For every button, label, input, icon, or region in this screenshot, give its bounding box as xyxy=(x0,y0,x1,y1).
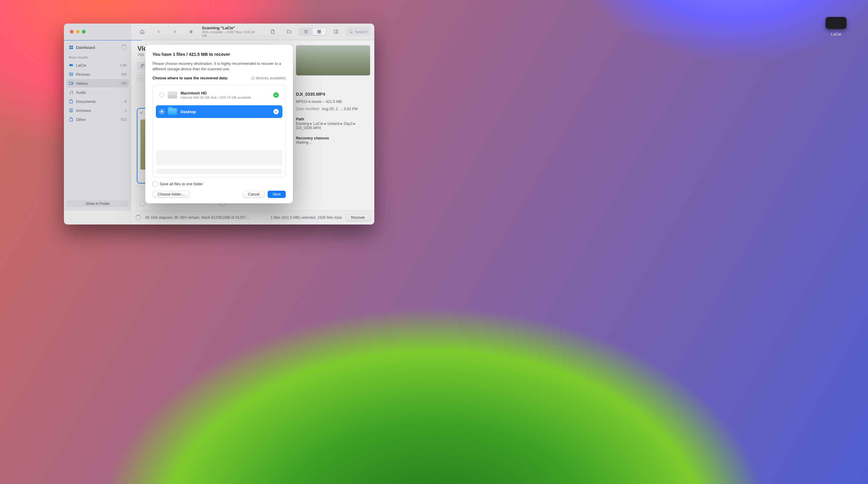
dest-ok-badge xyxy=(273,92,279,98)
nav-back[interactable] xyxy=(152,27,165,36)
search-placeholder: Search xyxy=(355,30,367,34)
check-icon: ✓ xyxy=(140,110,143,115)
svg-rect-16 xyxy=(69,82,72,84)
svg-rect-2 xyxy=(317,30,319,32)
window-minimize[interactable] xyxy=(76,30,80,33)
svg-rect-0 xyxy=(190,30,191,33)
svg-rect-5 xyxy=(319,32,321,33)
window-zoom[interactable] xyxy=(82,30,86,33)
check-icon xyxy=(275,93,278,96)
inspector-date-k: Date modified xyxy=(296,107,319,111)
dest-empty-slot xyxy=(156,169,282,174)
audio-icon xyxy=(69,90,73,95)
chevron-left-icon xyxy=(156,29,161,34)
titlebar: Scanning "LaCie" 25% complete – 3,002 fi… xyxy=(64,24,374,40)
deselect-button[interactable]: − xyxy=(137,76,143,82)
toolbar: Scanning "LaCie" 25% complete – 3,002 fi… xyxy=(131,24,374,40)
new-file-button[interactable] xyxy=(266,27,279,36)
svg-point-15 xyxy=(70,73,71,74)
choose-folder-button[interactable]: Choose folder… xyxy=(153,191,190,198)
video-icon xyxy=(69,81,73,86)
cancel-button[interactable]: Cancel xyxy=(243,191,265,198)
sidebar-item-count: 1.5K xyxy=(119,63,127,67)
dest-ok-badge xyxy=(273,109,279,114)
sidebar-item-label: Videos xyxy=(76,81,88,86)
svg-rect-9 xyxy=(71,46,73,47)
search-field[interactable]: Search xyxy=(346,27,370,36)
sidebar-icon xyxy=(334,29,338,34)
folder-icon xyxy=(287,29,291,34)
traffic-lights xyxy=(64,24,131,40)
file-icon xyxy=(270,29,275,34)
scan-status: Scanning "LaCie" 25% complete – 3,002 fi… xyxy=(202,26,258,38)
disk-small-icon xyxy=(69,63,73,67)
inspector-rec-v: Waiting… xyxy=(296,140,370,145)
sidebar-dashboard[interactable]: Dashboard xyxy=(66,43,129,52)
sidebar-item-lacie[interactable]: LaCie 1.5K xyxy=(66,61,129,69)
sidebar-item-count: 522 xyxy=(121,118,127,121)
inspector-preview xyxy=(296,45,370,76)
pause-icon xyxy=(189,29,193,34)
radio-unselected-icon xyxy=(159,93,164,97)
sidebar-item-documents[interactable]: Documents 6 xyxy=(66,97,129,106)
inspector-path-k: Path xyxy=(296,117,370,121)
chevron-right-icon xyxy=(173,29,177,34)
choose-where-label: Choose where to save the recovered data: xyxy=(153,76,228,80)
sheet-title: You have 1 files / 421.5 MB to recover xyxy=(153,52,286,57)
list-icon xyxy=(304,29,308,34)
devices-available-hint: (1 devices available) xyxy=(251,76,286,80)
window-close[interactable] xyxy=(70,30,73,33)
sidebar-item-other[interactable]: Other 522 xyxy=(66,115,129,124)
view-grid[interactable] xyxy=(313,28,326,35)
save-one-folder-checkbox[interactable]: Save all files to one folder xyxy=(153,182,286,187)
dest-desktop[interactable]: Desktop xyxy=(156,105,282,118)
file-generic-icon xyxy=(69,117,73,122)
desktop-disk-lacie[interactable]: LaCie xyxy=(818,17,854,36)
next-button[interactable]: Next xyxy=(268,191,286,198)
toggle-inspector[interactable] xyxy=(330,27,343,36)
sidebar-item-count: 183 xyxy=(121,73,127,76)
sidebar-section-title: Scan results xyxy=(66,53,129,60)
sidebar: Dashboard Scan results LaCie 1.5K Pictur… xyxy=(64,40,131,210)
destination-list: Macintosh HD Internal 494.38 GB disk • 3… xyxy=(153,84,286,177)
sidebar-item-label: Audio xyxy=(76,90,86,95)
dest-macintosh-hd[interactable]: Macintosh HD Internal 494.38 GB disk • 3… xyxy=(156,88,282,102)
svg-rect-14 xyxy=(69,73,73,76)
spinner-icon xyxy=(121,45,127,50)
disk-label: LaCie xyxy=(818,32,854,36)
pause-scan-button[interactable] xyxy=(184,27,198,36)
sidebar-item-videos[interactable]: Videos 788 xyxy=(66,79,129,87)
sidebar-item-count: 1 xyxy=(125,109,127,112)
view-list[interactable] xyxy=(299,28,313,35)
recover-button[interactable]: Recover xyxy=(346,214,370,221)
svg-rect-4 xyxy=(317,32,319,33)
svg-point-13 xyxy=(72,65,73,65)
sidebar-item-audio[interactable]: Audio xyxy=(66,88,129,96)
dashboard-label: Dashboard xyxy=(76,45,95,50)
svg-rect-3 xyxy=(319,30,321,32)
dest-subtitle: Internal 494.38 GB disk • 328.76 GB avai… xyxy=(181,96,251,99)
nav-forward[interactable] xyxy=(168,27,181,36)
status-bar: 0h 10m elapsed, 0h 28m remain, block 812… xyxy=(131,210,374,225)
svg-rect-1 xyxy=(191,30,192,33)
dashboard-icon xyxy=(69,45,73,50)
search-icon xyxy=(348,29,353,34)
inspector: DJI_0335.MP4 MPEG-4 movie – 421.5 MB Dat… xyxy=(291,40,374,210)
home-icon xyxy=(140,29,145,34)
svg-point-17 xyxy=(70,93,70,94)
sidebar-item-pictures[interactable]: Pictures 183 xyxy=(66,70,129,79)
show-in-finder-button[interactable]: Show in Finder xyxy=(66,200,129,207)
status-selected: 1 files (421.5 MB) selected, 1500 files … xyxy=(271,216,342,220)
dest-title: Macintosh HD xyxy=(181,91,251,95)
folder-desktop-icon xyxy=(168,108,177,115)
home-button[interactable] xyxy=(135,27,149,36)
sidebar-item-label: Archives xyxy=(76,108,91,113)
svg-rect-10 xyxy=(69,48,71,49)
document-icon xyxy=(69,99,73,104)
check-icon xyxy=(275,110,278,113)
sidebar-item-archives[interactable]: Archives 1 xyxy=(66,106,129,115)
status-left: 0h 10m elapsed, 0h 28m remain, block 812… xyxy=(145,216,250,220)
inspector-path-v: Existing ▸ LaCie ▸ Iceland ▸ Day3 ▸ DJI_… xyxy=(296,121,370,130)
inspector-date-v: Aug 25, 2…, 3:42 PM xyxy=(321,107,358,111)
new-folder-button[interactable] xyxy=(282,27,296,36)
